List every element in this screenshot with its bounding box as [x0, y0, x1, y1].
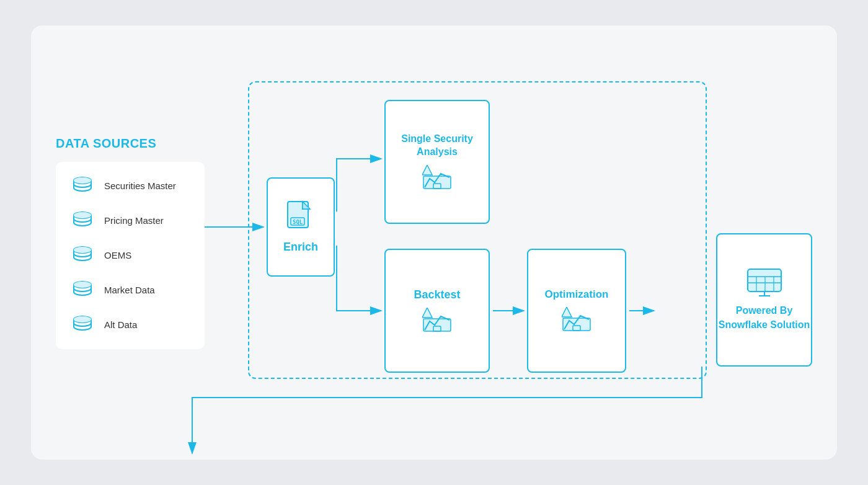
flow-area: SQL Enrich Single Security Analysis Back… [223, 69, 812, 416]
optimization-box: Optimization [527, 249, 626, 373]
svg-point-5 [74, 247, 91, 253]
svg-marker-18 [422, 308, 432, 318]
oems-label: OEMS [104, 249, 131, 262]
data-sources-box: Securities Master Pricing Master [56, 162, 205, 349]
securities-master-label: Securities Master [104, 180, 176, 192]
optimization-label: Optimization [545, 288, 609, 301]
snowflake-box: Powered By Snowflake Solution [716, 233, 812, 367]
optimization-icon [562, 307, 591, 333]
svg-point-9 [74, 316, 91, 323]
list-item: OEMS [71, 244, 190, 267]
sql-file-icon: SQL [285, 200, 316, 234]
database-icon [71, 209, 94, 233]
single-security-label: Single Security Analysis [386, 133, 489, 159]
database-icon [71, 313, 94, 337]
backtest-label: Backtest [414, 288, 460, 301]
pricing-master-label: Pricing Master [104, 215, 164, 227]
snowflake-label: Powered By Snowflake Solution [717, 304, 811, 332]
list-item: Alt Data [71, 313, 190, 337]
snowflake-monitor-icon [746, 268, 782, 296]
data-sources-panel: DATA SOURCES Securities Master [56, 136, 205, 349]
backtest-box: Backtest [384, 249, 490, 373]
analysis-icon [422, 165, 452, 191]
svg-point-1 [74, 177, 91, 184]
data-sources-title: DATA SOURCES [56, 136, 205, 151]
alt-data-label: Alt Data [104, 319, 137, 331]
svg-marker-15 [422, 165, 432, 175]
backtest-icon [422, 308, 452, 334]
database-icon [71, 244, 94, 267]
enrich-label: Enrich [283, 241, 318, 254]
svg-point-3 [74, 212, 91, 218]
database-icon [71, 278, 94, 302]
list-item: Market Data [71, 278, 190, 302]
svg-text:SQL: SQL [293, 219, 303, 225]
single-security-box: Single Security Analysis [384, 100, 490, 224]
list-item: Pricing Master [71, 209, 190, 233]
svg-point-7 [74, 282, 91, 288]
list-item: Securities Master [71, 174, 190, 198]
enrich-box: SQL Enrich [267, 177, 335, 277]
diagram-container: DATA SOURCES Securities Master [31, 25, 837, 460]
svg-rect-23 [748, 269, 781, 291]
database-icon [71, 174, 94, 198]
market-data-label: Market Data [104, 284, 155, 296]
svg-marker-21 [562, 307, 572, 317]
